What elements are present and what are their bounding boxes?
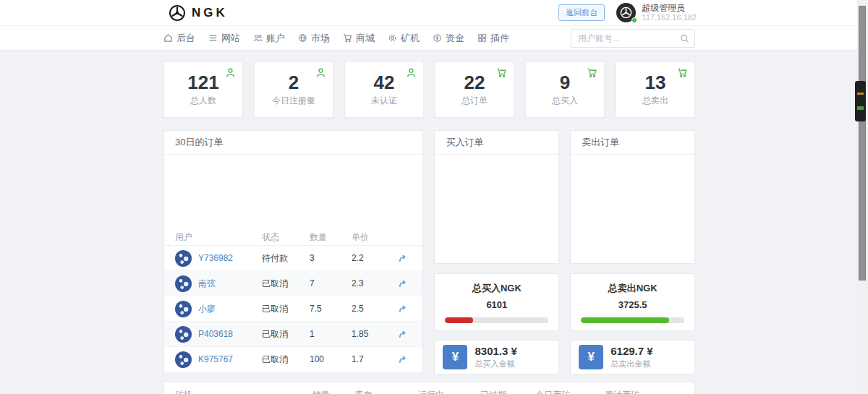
header-right-group: 返回前台 超级管理员 117.152.16.182 [558, 3, 697, 22]
sell-orders-panel: 卖出订单 [570, 130, 695, 264]
order-price: 2.3 [352, 278, 393, 288]
orders-chart-placeholder [164, 155, 422, 229]
stat-value: 121 [187, 72, 218, 93]
nav-item-funds[interactable]: 资金 [433, 32, 464, 45]
stat-card-total-sells: 13 总卖出 [616, 61, 695, 118]
column-header: 用户 [175, 231, 262, 244]
amount-text: 6129.7 ¥ 总卖出金额 [610, 345, 652, 369]
globe-icon [298, 33, 307, 43]
home-icon [163, 33, 173, 43]
nav-item-backstage[interactable]: 后台 [163, 32, 195, 45]
ngk-wheel-icon [620, 7, 632, 19]
order-detail-button[interactable] [396, 252, 409, 265]
search-icon[interactable] [680, 34, 689, 43]
column-header: 矿机 [175, 389, 312, 394]
column-header: 已过期 [480, 389, 535, 394]
total-buy-amount-card: ¥ 8301.3 ¥ 总买入金额 [434, 340, 559, 374]
amount-text: 8301.3 ¥ 总买入金额 [475, 345, 516, 369]
stat-card-total-buys: 9 总买入 [525, 61, 605, 118]
stat-value: 22 [464, 72, 485, 93]
dashboard-content: 121 总人数 2 今日注册量 42 未认证 22 总订单 [163, 61, 695, 394]
order-status: 已取消 [262, 354, 310, 366]
orange-bar-icon [857, 93, 864, 95]
stat-card-unverified: 42 未认证 [344, 61, 424, 118]
forward-arrow-icon [398, 279, 407, 288]
user-link[interactable]: P403618 [198, 329, 233, 339]
user-ip: 117.152.16.182 [642, 13, 697, 22]
stat-card-total-users: 121 总人数 [163, 61, 243, 118]
top-header: NGK 返回前台 超级管理员 117.152.16.182 [0, 0, 868, 26]
order-qty: 1 [310, 329, 352, 339]
nav-item-label: 资金 [446, 32, 464, 45]
stat-card-total-orders: 22 总订单 [435, 61, 514, 118]
nav-item-mall[interactable]: 商城 [343, 32, 375, 45]
cart-icon [677, 67, 688, 78]
total-value: 6101 [435, 299, 558, 310]
user-search [571, 29, 695, 48]
miners-table-header: 矿机 销量 库存 运行中 已过期 今日产矿 累计产矿 [164, 382, 694, 394]
panel-title: 30日的订单 [164, 131, 422, 155]
total-title: 总买入NGK [435, 282, 558, 295]
user-icon [225, 67, 236, 78]
order-price: 2.5 [352, 304, 393, 314]
back-to-front-button[interactable]: 返回前台 [558, 4, 605, 21]
order-detail-button[interactable] [396, 328, 409, 341]
order-detail-button[interactable] [396, 354, 409, 366]
online-status-dot [631, 17, 637, 23]
stat-cards-row: 121 总人数 2 今日注册量 42 未认证 22 总订单 [163, 61, 695, 118]
nav-item-label: 插件 [490, 32, 509, 45]
stat-value: 42 [374, 72, 395, 93]
user-link[interactable]: 南弦 [198, 278, 216, 290]
overlay-tool-widget[interactable] [855, 81, 866, 121]
order-detail-button[interactable] [396, 278, 409, 290]
nav-item-label: 市场 [311, 32, 330, 45]
scrollbar-track[interactable] [857, 0, 868, 394]
user-link[interactable]: K975767 [198, 354, 233, 364]
forward-arrow-icon [398, 355, 407, 364]
amount-value: 8301.3 ¥ [475, 345, 516, 357]
user-name: 超级管理员 [642, 3, 697, 13]
order-status: 已取消 [262, 278, 310, 290]
brand-name: NGK [192, 6, 228, 20]
column-header: 运行中 [418, 389, 480, 394]
nav-item-website[interactable]: 网站 [208, 32, 240, 45]
orders-table-header: 用户 状态 数量 单价 [164, 229, 422, 246]
grid-icon [477, 33, 487, 43]
cart-icon [496, 67, 507, 78]
stat-label: 总买入 [552, 95, 578, 107]
nav-item-market[interactable]: 市场 [298, 32, 330, 45]
list-icon [208, 33, 218, 43]
column-header: 数量 [310, 231, 352, 244]
column-header: 单价 [352, 231, 393, 244]
stat-label: 总人数 [190, 95, 216, 107]
order-detail-button[interactable] [396, 303, 409, 315]
order-qty: 3 [310, 253, 352, 263]
panel-title: 买入订单 [435, 131, 558, 155]
user-icon [406, 67, 417, 78]
user-menu[interactable]: 超级管理员 117.152.16.182 [616, 3, 697, 22]
yen-icon: ¥ [443, 345, 467, 369]
table-row: 小廖 已取消 7.5 2.5 [164, 296, 422, 322]
user-avatar [616, 3, 636, 22]
nav-item-label: 网站 [221, 32, 240, 45]
amount-label: 总卖出金额 [610, 359, 652, 369]
nav-item-plugins[interactable]: 插件 [477, 32, 509, 45]
user-link[interactable]: Y736982 [198, 253, 233, 263]
user-link[interactable]: 小廖 [198, 303, 216, 315]
sell-progress-track [581, 317, 684, 323]
orders-table-body: Y736982 待付款 3 2.2 南弦 已取消 7 2.3 小廖 已取消 7.… [164, 246, 422, 372]
cart-icon [587, 67, 597, 78]
scrollbar-thumb[interactable] [859, 6, 866, 280]
order-qty: 7.5 [310, 304, 352, 314]
order-qty: 7 [310, 278, 352, 288]
total-buy-ngk-card: 总买入NGK 6101 [434, 273, 559, 331]
buy-progress-fill [445, 317, 473, 323]
forward-arrow-icon [398, 254, 407, 263]
total-sell-ngk-card: 总卖出NGK 3725.5 [570, 273, 695, 331]
brand-logo[interactable]: NGK [169, 4, 228, 22]
column-header: 销量 [312, 389, 354, 394]
nav-item-miners[interactable]: 矿机 [388, 32, 420, 45]
total-title: 总卖出NGK [571, 282, 694, 295]
nav-item-accounts[interactable]: 账户 [253, 32, 285, 45]
search-input[interactable] [571, 33, 680, 43]
